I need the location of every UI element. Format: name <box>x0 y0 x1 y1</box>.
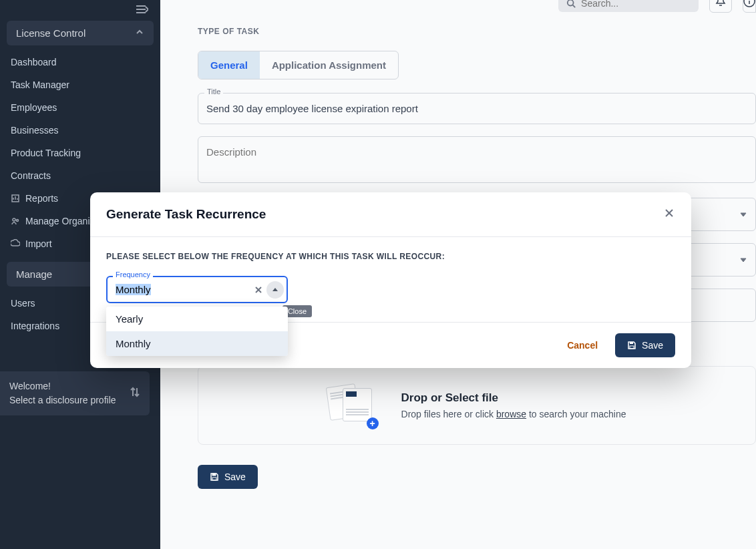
svg-rect-26 <box>630 342 633 344</box>
modal-header: Generate Task Recurrence <box>90 192 691 237</box>
frequency-option-monthly[interactable]: Monthly <box>106 331 288 356</box>
modal-instruction: PLEASE SELECT BELOW THE FREQUENCY AT WHI… <box>106 252 675 261</box>
modal-title: Generate Task Recurrence <box>106 207 266 222</box>
caret-up-icon <box>272 287 278 293</box>
modal-cancel-button[interactable]: Cancel <box>559 335 606 356</box>
modal-body: PLEASE SELECT BELOW THE FREQUENCY AT WHI… <box>90 237 691 322</box>
svg-marker-25 <box>272 288 278 291</box>
frequency-clear-button[interactable] <box>253 285 264 295</box>
close-icon <box>253 285 264 295</box>
recurrence-modal: Generate Task Recurrence PLEASE SELECT B… <box>90 192 691 368</box>
modal-close-button[interactable] <box>663 207 675 222</box>
save-icon <box>627 341 636 350</box>
close-icon <box>663 207 675 219</box>
modal-save-button[interactable]: Save <box>615 333 675 357</box>
frequency-dropdown-toggle[interactable] <box>266 281 284 299</box>
frequency-label: Frequency <box>113 270 153 279</box>
frequency-options-menu: Yearly Monthly <box>106 307 288 356</box>
frequency-option-yearly[interactable]: Yearly <box>106 307 288 331</box>
frequency-field: Frequency Close Yearly Monthly <box>106 276 288 303</box>
